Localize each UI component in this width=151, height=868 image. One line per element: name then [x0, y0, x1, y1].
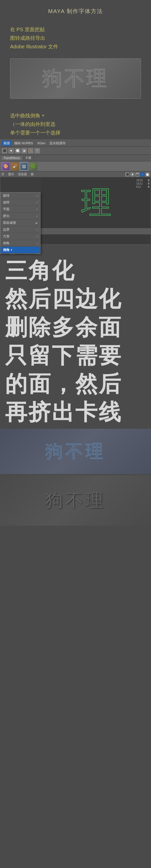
menu-item-birail[interactable]: 双轨成形 ▶ — [0, 219, 40, 226]
menu-item-bevel-check: □ — [36, 242, 38, 245]
ps-description-section: 在 PS 里面把贴 图转成路径导出 Adobe Illustrator 文件 — [0, 20, 151, 56]
select-line-3: 单个需要一个一个选择 — [10, 130, 60, 135]
viewport-menu-display[interactable]: 显示 — [8, 172, 14, 177]
menu-item-rotate-label: 旋转 — [3, 193, 9, 198]
menu-item-loft-label: 放样 — [3, 200, 9, 205]
stat-label-2: 1822 — [136, 182, 143, 185]
char-outline-text: 狗不理 — [42, 65, 109, 92]
maya-ui-section: 曲面 编辑 NURBS XGen 流水线缓存 ⬛ 🔲 ⬜ ▦ 🔸 ? Paint… — [0, 140, 151, 245]
vp-icon-3[interactable]: 📷 — [135, 172, 140, 177]
stat-row-1: 1010 0 — [136, 179, 150, 182]
stat-row-3: 812 0 — [136, 185, 150, 189]
vp-icon-5[interactable]: ⬤ — [145, 172, 150, 177]
maya-viewport-content: 理 — [42, 178, 151, 228]
menu-item-square[interactable]: 方形 □ — [0, 233, 40, 240]
toolbar-icon-2[interactable]: 🔲 — [8, 148, 14, 154]
bottom-solid-image: 狗不理 — [0, 475, 151, 526]
menu-item-bevel[interactable]: 倒角 □ — [0, 240, 40, 247]
vp-icon-2[interactable]: 🔲 — [130, 172, 134, 177]
menu-item-boundary-label: 边界 — [3, 227, 9, 232]
menu-item-extrude-check: □ — [36, 215, 38, 217]
menu-item-plane-check: □ — [36, 208, 38, 211]
char-display-box: 狗不理 — [10, 58, 141, 99]
maya-menu-nurbs[interactable]: 编辑 NURBS — [12, 141, 35, 146]
large-text-block-3: 删除多余面 — [0, 313, 151, 341]
shelf-tab-cartoon[interactable]: 卡通 — [23, 155, 34, 161]
viewport-menu-panel[interactable]: 面 — [31, 172, 34, 177]
large-text-block-4: 只留下需要 — [0, 341, 151, 370]
ps-line-3: Adobe Illustrator 文件 — [10, 44, 58, 49]
maya-main-area: 旋转 □ 放样 □ 平面 □ 挤出 □ — [0, 172, 151, 244]
menu-item-bevel-plus[interactable]: 倒角 + — [0, 247, 40, 253]
viewport-char: 理 — [81, 182, 112, 223]
large-text-line-4: 只留下需要 — [5, 344, 146, 367]
viewport-icon-bar: ⬛ 🔲 📷 ○ ⬤ — [125, 172, 150, 177]
ps-line-2: 图转成路径导出 — [10, 35, 45, 41]
select-line-2: （一体的由外到里选 — [10, 121, 55, 127]
menu-item-loft[interactable]: 放样 □ — [0, 199, 40, 206]
viewport-menu-month[interactable]: 月 — [1, 172, 4, 177]
stat-value-3: 0 — [148, 185, 150, 189]
toolbar-icon-6[interactable]: ? — [34, 148, 40, 154]
ps-desc-text: 在 PS 里面把贴 图转成路径导出 Adobe Illustrator 文件 — [10, 25, 141, 51]
large-text-block-1: 三角化 — [0, 256, 151, 285]
menu-item-birail-label: 双轨成形 — [3, 220, 16, 225]
stat-row-2: 1822 0 — [136, 182, 150, 185]
stat-value-2: 0 — [148, 182, 150, 185]
large-text-block-2: 然后四边化 — [0, 285, 151, 313]
maya-stats-panel: 1010 0 1822 0 812 0 — [136, 179, 150, 189]
shelf-icon-4[interactable]: 🌿 — [29, 162, 37, 171]
vp-icon-4[interactable]: ○ — [140, 172, 145, 177]
large-text-line-1: 三角化 — [5, 259, 146, 282]
toolbar-icon-4[interactable]: ▦ — [21, 148, 27, 154]
bottom-images-section: 狗不理 狗不理 — [0, 426, 151, 528]
menu-item-plane[interactable]: 平面 □ — [0, 206, 40, 213]
menu-item-extrude[interactable]: 挤出 □ — [0, 213, 40, 219]
page-title: MAYA 制作字体方法 — [5, 7, 146, 15]
menu-item-loft-check: □ — [36, 201, 38, 204]
stat-value-1: 0 — [148, 179, 150, 182]
stat-label-3: 812 — [136, 185, 141, 189]
menu-item-square-check: □ — [36, 235, 38, 238]
menu-item-rotate[interactable]: 旋转 □ — [0, 192, 40, 199]
maya-menu-surface[interactable]: 曲面 — [1, 141, 12, 146]
maya-dropdown-menu: 旋转 □ 放样 □ 平面 □ 挤出 □ — [0, 192, 40, 254]
maya-menubar[interactable]: 曲面 编辑 NURBS XGen 流水线缓存 — [0, 140, 151, 147]
menu-item-boundary-check: □ — [36, 228, 38, 231]
maya-viewport-menubar[interactable]: 月 显示 渲染器 面 ⬛ 🔲 📷 ○ ⬤ — [0, 172, 151, 178]
menu-item-plane-label: 平面 — [3, 207, 9, 212]
solid-chars: 狗不理 — [45, 489, 106, 512]
maya-toolbar: ⬛ 🔲 ⬜ ▦ 🔸 ? — [0, 147, 151, 155]
toolbar-icon-5[interactable]: 🔸 — [28, 148, 34, 154]
menu-item-extrude-label: 挤出 — [3, 214, 9, 218]
menu-item-bevel-plus-label: 倒角 + — [3, 248, 12, 252]
menu-item-boundary[interactable]: 边界 □ — [0, 226, 40, 233]
shelf-tab-painteffects[interactable]: PaintEffects — [1, 156, 23, 160]
large-text-line-5: 的面，然后 — [5, 372, 146, 396]
shelf-icon-2[interactable]: 🖌 — [10, 162, 19, 171]
select-line-1: 选中曲线倒角 + — [10, 113, 44, 118]
bottom-wireframe-image: 狗不理 — [0, 429, 151, 474]
maya-shelf-icons: 🎨 🖌 ▨ 🌿 — [0, 161, 151, 172]
select-desc-text: 选中曲线倒角 + （一体的由外到里选 单个需要一个一个选择 — [10, 111, 141, 137]
toolbar-icon-3[interactable]: ⬜ — [14, 148, 21, 154]
viewport-menu-renderer[interactable]: 渲染器 — [18, 172, 27, 177]
vp-icon-1[interactable]: ⬛ — [125, 172, 130, 177]
page-wrapper: MAYA 制作字体方法 在 PS 里面把贴 图转成路径导出 Adobe Illu… — [0, 0, 151, 868]
ps-line-1: 在 PS 里面把贴 — [10, 27, 45, 32]
wireframe-chars: 狗不理 — [45, 439, 106, 463]
maya-shelf-tabs[interactable]: PaintEffects 卡通 — [0, 155, 151, 161]
menu-item-square-label: 方形 — [3, 234, 9, 239]
large-text-block-6: 再挤出卡线 — [0, 398, 151, 426]
title-section: MAYA 制作字体方法 — [0, 0, 151, 20]
large-text-line-6: 再挤出卡线 — [5, 401, 146, 424]
menu-item-bevel-label: 倒角 — [3, 241, 9, 245]
maya-menu-xgen[interactable]: XGen — [35, 141, 47, 146]
shelf-icon-3[interactable]: ▨ — [20, 162, 28, 171]
menu-item-rotate-check: □ — [36, 194, 38, 197]
stat-label-1: 1010 — [136, 179, 143, 182]
shelf-icon-1[interactable]: 🎨 — [1, 162, 10, 171]
toolbar-icon-1[interactable]: ⬛ — [1, 148, 7, 154]
maya-ui-container: 曲面 编辑 NURBS XGen 流水线缓存 ⬛ 🔲 ⬜ ▦ 🔸 ? Paint… — [0, 140, 151, 245]
maya-menu-pipeline[interactable]: 流水线缓存 — [47, 141, 68, 146]
